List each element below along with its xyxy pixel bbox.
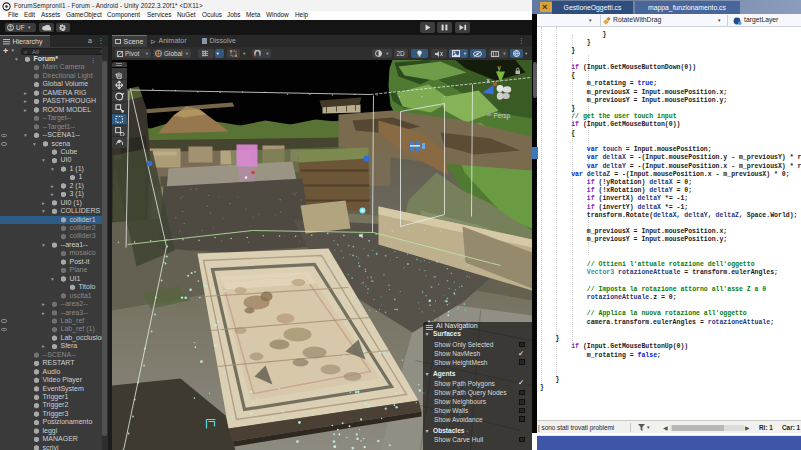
svg-text:Persp: Persp	[493, 111, 510, 119]
